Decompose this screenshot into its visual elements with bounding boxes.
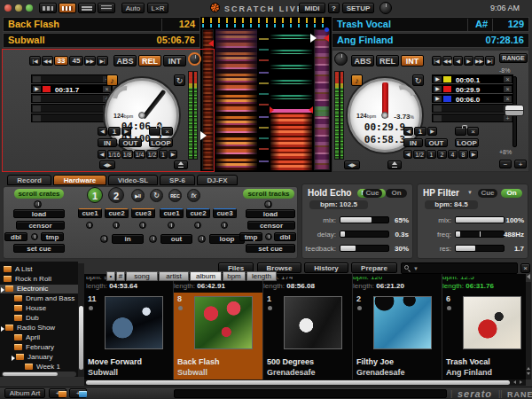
album-cell-trash-vocal[interactable]: 6 Trash Vocal Ang Finland [442, 293, 526, 379]
auto-button[interactable]: Auto [121, 3, 145, 13]
sidebar-vscroll-thumb[interactable] [79, 306, 83, 370]
censor-right-button[interactable]: censor [247, 221, 295, 230]
window-minimize-button[interactable] [15, 4, 22, 12]
fx2-freq-slider[interactable] [455, 231, 505, 238]
scroll-crates-knob[interactable] [34, 200, 42, 208]
album-art[interactable] [105, 296, 163, 349]
censor-left-button[interactable]: censor [16, 221, 65, 230]
cue-delete-button[interactable]: × [504, 96, 512, 102]
cue2-right-button[interactable]: cue2 [186, 208, 210, 218]
deck-right-cue-slot-3[interactable]: ▶ 00:06.0 × [432, 94, 513, 103]
dbl-tmp-left-knob[interactable] [31, 233, 38, 240]
album-art[interactable] [373, 296, 432, 349]
album-cell-filthy-joe[interactable]: 2 Filthy Joe Grenadesafe [353, 293, 442, 379]
loop-out-button[interactable]: out [160, 234, 192, 244]
pitch-slider-thumb[interactable] [505, 105, 524, 116]
deck-right-fastforward-button[interactable]: ▶▶ [474, 56, 484, 66]
column-artist[interactable]: artist [159, 271, 189, 281]
deck-left-loop-clear-button[interactable]: × [161, 127, 173, 136]
deck-left-track-overview[interactable] [202, 29, 214, 170]
deck-left-fraction-1-2-button[interactable]: 1/2 [146, 150, 158, 159]
cue-play-icon[interactable]: ▶ [33, 86, 41, 92]
deck-left-rewind-button[interactable]: ◀◀ [42, 56, 53, 66]
album-cell-500-degrees[interactable]: 1 500 Degrees Grenadesafe [263, 293, 352, 379]
deck-left-loop-lock-button[interactable] [149, 127, 160, 136]
fx1-feedback-slider[interactable] [340, 245, 389, 252]
cue2-left-knob[interactable] [113, 222, 120, 229]
deck-right-cue-slot-1[interactable]: ▶ 00:00.1 × [432, 74, 513, 83]
deck-left-gain-knob[interactable] [188, 52, 201, 66]
deck-left-goto-end-button[interactable]: ▶| [97, 56, 108, 66]
deck-left-cue-slot-1[interactable]: + [31, 74, 113, 83]
loop-in-knob[interactable] [100, 235, 108, 243]
window-zoom-button[interactable] [26, 4, 33, 12]
scroll-left-icon[interactable] [513, 380, 516, 384]
play-pause-button[interactable]: ▶II [131, 189, 145, 202]
tab-video-sl[interactable]: Video-SL [108, 175, 158, 185]
fx2-res-slider[interactable] [455, 245, 505, 252]
column-length[interactable]: length [246, 271, 277, 281]
cue-delete-button[interactable]: × [504, 76, 512, 82]
deck-left-loop-prev-button[interactable]: ◀ [98, 127, 107, 136]
cue1-right-button[interactable]: cue1 [160, 208, 184, 218]
deck-right-abs-mode-button[interactable]: ABS [351, 55, 374, 66]
album-cell-move-forward[interactable]: 11 Move Forward Subwall [84, 293, 173, 379]
deck-left-goto-start-button[interactable]: |◀ [29, 56, 41, 66]
deck-left-cue-slot-3[interactable]: + [31, 94, 113, 103]
tab-dj-fx[interactable]: DJ-FX [197, 175, 238, 185]
deck-left-fraction-prev-button[interactable]: ◀ [98, 150, 106, 159]
sidebar-vscrollbar[interactable] [78, 263, 84, 377]
deck-left-fraction-1-8-button[interactable]: 1/8 [121, 150, 133, 159]
pitch-plus-button[interactable]: + [514, 160, 527, 168]
search-clear-button[interactable]: × [520, 263, 530, 273]
deck-right-loop-prev-button[interactable]: ◀ [403, 127, 413, 136]
dbl-left-button[interactable]: dbl [4, 232, 27, 241]
load-left-button[interactable]: load [13, 209, 65, 218]
deck-left-loop-slot[interactable]: 1 [108, 127, 121, 136]
crate-house[interactable]: House [0, 304, 78, 313]
deck-right-fraction-1-2-button[interactable]: 1/2 [413, 150, 426, 159]
crate-dub[interactable]: Dub [0, 314, 78, 323]
tmp-dbl-right-knob[interactable] [265, 233, 272, 240]
deck-right-eject-button[interactable] [387, 160, 402, 169]
set-cue-left-button[interactable]: set cue [13, 244, 65, 253]
deck-right-loop-loop-button[interactable]: LOOP [455, 138, 479, 147]
column-number[interactable]: # [116, 271, 125, 281]
deck-right-rewind-button[interactable]: ◀◀ [442, 56, 452, 66]
tab-record[interactable]: Record [7, 175, 51, 185]
deck-right-loop-in-button[interactable]: IN [403, 138, 423, 147]
deck-right-fraction-1-button[interactable]: 1 [426, 150, 436, 159]
deck-right-fraction-4-button[interactable]: 4 [448, 150, 458, 159]
library-vscrollbar[interactable] [526, 282, 531, 379]
loop-in-button[interactable]: in [112, 234, 144, 244]
fx2-on-button[interactable]: On [501, 189, 522, 198]
master-volume-knob[interactable] [379, 2, 392, 14]
deck-right-loop-out-button[interactable]: OUT [425, 138, 448, 147]
cue-play-icon[interactable]: ▶ [434, 96, 442, 102]
deck-left-keylock-button[interactable]: ♪ [106, 74, 118, 86]
deck-left-loop-next-button[interactable]: ▶ [121, 127, 131, 136]
deck-left-repeat-button[interactable]: ↻ [174, 74, 185, 86]
cue3-left-button[interactable]: cue3 [131, 208, 155, 218]
deck-right-fraction-8-button[interactable]: 8 [458, 150, 468, 159]
deck-right-goto-end-button[interactable]: ▶| [485, 56, 495, 66]
fx1-mix-slider[interactable] [340, 216, 389, 223]
help-button[interactable]: ? [328, 3, 340, 13]
history-button[interactable]: History [304, 262, 348, 273]
deck-left-fraction-1-16-button[interactable]: 1/16 [107, 150, 121, 159]
fx2-mix-slider[interactable] [455, 216, 505, 223]
deck-left-eject-button[interactable] [174, 160, 188, 169]
pitch-minus-button[interactable]: − [499, 160, 512, 168]
search-box[interactable]: ▼ [401, 262, 518, 274]
cue-play-icon[interactable]: ▶ [434, 76, 442, 82]
cue-color-swatch[interactable] [443, 96, 451, 102]
deck-1-select-button[interactable]: 1 [87, 187, 103, 203]
deck-right-fraction-2-button[interactable]: 2 [437, 150, 447, 159]
cue-play-icon[interactable]: ▶ [434, 86, 442, 92]
cue-delete-button[interactable]: × [103, 86, 111, 92]
autoloop-button[interactable]: ↻ [150, 189, 163, 202]
crate-electronic[interactable]: Electronic [0, 285, 78, 293]
deck-right-pitch-range-button[interactable]: RANGE [499, 53, 528, 63]
setup-button[interactable]: SETUP [342, 3, 374, 13]
view-mode-1-button[interactable] [39, 3, 57, 13]
